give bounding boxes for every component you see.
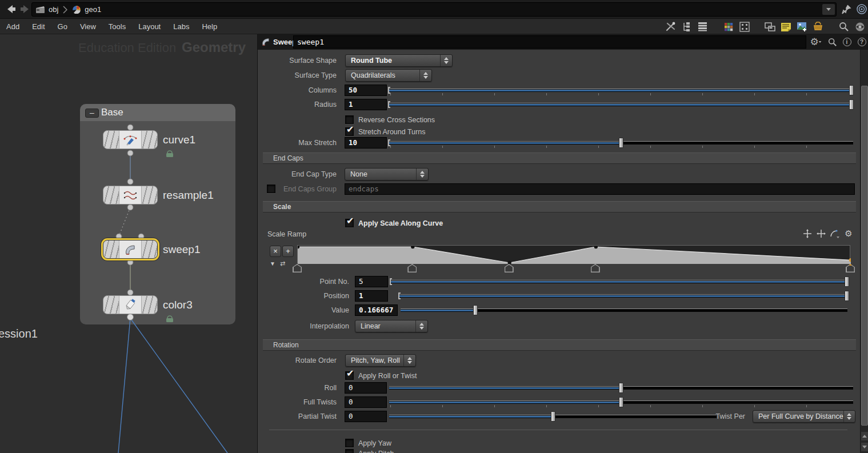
pin-pane-icon[interactable] [841,3,853,15]
ramp-point-handle[interactable] [293,264,302,272]
ramp-move-icon[interactable] [816,228,826,239]
position-field[interactable]: 1 [355,290,388,302]
position-slider[interactable] [399,290,847,302]
node-color3[interactable] [103,295,158,314]
scrollbar-down-button[interactable] [861,442,868,452]
node-flag-left[interactable] [103,131,119,149]
breadcrumb-geo1-label[interactable]: geo1 [85,5,101,14]
visibility-eye-icon[interactable] [854,21,866,33]
end-cap-type-dropdown[interactable]: None [345,168,429,181]
take-basket-icon[interactable] [812,21,824,33]
sticky-note-icon[interactable] [780,21,792,33]
breadcrumb-geo1[interactable]: geo1 [69,5,105,14]
scrollbar-thumb[interactable] [861,86,868,426]
tools-wrench-icon[interactable] [665,21,677,33]
slider-handle[interactable] [619,397,623,407]
search-icon[interactable] [838,21,850,33]
path-breadcrumb[interactable]: obj geo1 [31,2,837,17]
breadcrumb-obj-label[interactable]: obj [49,5,58,14]
node-resample1[interactable] [103,186,158,205]
node-flag-right[interactable] [142,296,157,314]
twist-per-dropdown[interactable]: Per Full Curve by Distance [753,410,855,423]
apply-pitch-checkbox[interactable] [345,449,354,453]
menu-add[interactable]: Add [0,19,26,34]
node-flag-left[interactable] [103,240,119,258]
ramp-handle-strip[interactable] [297,263,850,273]
breadcrumb-obj[interactable]: obj [32,5,62,14]
add-image-icon[interactable] [796,21,808,33]
menu-help[interactable]: Help [195,19,223,34]
parameter-scrollbar[interactable] [860,50,868,453]
gear-menu-icon[interactable]: ⚙ [810,36,822,48]
partial-twist-field[interactable]: 0 [345,411,387,422]
color-palette-icon[interactable] [722,21,734,33]
node-flag-right[interactable] [142,131,157,149]
value-field[interactable]: 0.166667 [355,304,398,316]
full-twists-slider[interactable] [389,396,853,408]
max-stretch-field[interactable]: 10 [345,137,387,149]
grid-settings-icon[interactable] [738,21,750,33]
list-view-icon[interactable] [697,21,709,33]
scale-ramp-editor[interactable] [297,245,850,263]
ramp-gear-icon[interactable]: ⚙ [843,228,854,239]
surface-shape-dropdown[interactable]: Round Tube [345,54,453,67]
radius-field[interactable]: 1 [345,99,387,110]
interpolation-dropdown[interactable]: Linear [355,320,428,332]
section-header-end-caps[interactable]: End Caps [263,153,856,164]
forward-arrow-icon[interactable] [19,3,31,15]
ramp-curve-type-icon[interactable] [830,228,840,239]
ramp-cycle-icon[interactable]: ⇄ [280,260,285,267]
ramp-point-handle[interactable] [591,264,600,272]
radius-slider[interactable] [389,98,852,111]
menu-go[interactable]: Go [51,19,74,34]
node-flag-right[interactable] [142,240,157,258]
full-twists-field[interactable]: 0 [345,396,387,408]
parameter-search-icon[interactable] [826,36,838,48]
columns-field[interactable]: 50 [345,85,387,96]
apply-scale-along-curve-checkbox[interactable] [345,219,354,227]
section-header-rotation[interactable]: Rotation [263,339,856,351]
ramp-point-handle[interactable] [505,264,514,272]
node-curve1[interactable] [103,130,158,149]
menu-edit[interactable]: Edit [26,19,51,34]
slider-handle[interactable] [619,383,623,393]
apply-yaw-checkbox[interactable] [345,439,354,447]
point-no-field[interactable]: 5 [355,276,388,287]
max-stretch-slider[interactable] [389,137,853,149]
scrollbar-up-button[interactable] [861,431,868,441]
section-header-scale[interactable]: Scale [263,201,856,213]
slider-handle[interactable] [849,99,854,110]
desktop-layout-icon[interactable] [764,21,776,33]
rotate-order-dropdown[interactable]: Pitch, Yaw, Roll [345,354,416,367]
slider-handle[interactable] [845,276,849,287]
menu-labs[interactable]: Labs [167,19,195,34]
network-editor-pane[interactable]: Education Edition Geometry – Base curve1… [0,34,257,453]
point-no-slider[interactable] [391,275,847,288]
radial-menu-icon[interactable] [855,3,868,15]
surface-type-dropdown[interactable]: Quadrilaterals [345,69,432,82]
roll-field[interactable]: 0 [345,382,387,394]
node-flag-left[interactable] [103,296,119,314]
ramp-add-point-button[interactable]: + [282,246,294,257]
end-caps-group-field[interactable] [345,183,855,195]
menu-layout[interactable]: Layout [132,19,167,34]
ramp-pan-icon[interactable] [802,228,813,239]
menu-tools[interactable]: Tools [102,19,132,34]
columns-slider[interactable] [389,84,852,97]
node-flag-left[interactable] [103,186,119,204]
menu-view[interactable]: View [74,19,102,34]
slider-handle[interactable] [473,305,478,315]
roll-slider[interactable] [389,382,853,394]
node-name-field[interactable] [293,35,806,49]
reverse-cross-sections-checkbox[interactable] [345,115,354,124]
slider-handle[interactable] [845,291,849,301]
ramp-point-handle[interactable] [846,264,855,272]
tree-view-icon[interactable] [681,21,693,33]
breadcrumb-dropdown-button[interactable] [822,4,835,15]
slider-handle[interactable] [619,138,623,148]
help-icon[interactable]: ? [855,36,868,48]
ramp-delete-point-button[interactable]: × [270,246,281,257]
slider-handle[interactable] [849,85,854,95]
apply-roll-or-twist-checkbox[interactable] [345,371,354,380]
ramp-collapse-icon[interactable]: ▼ [270,260,275,267]
